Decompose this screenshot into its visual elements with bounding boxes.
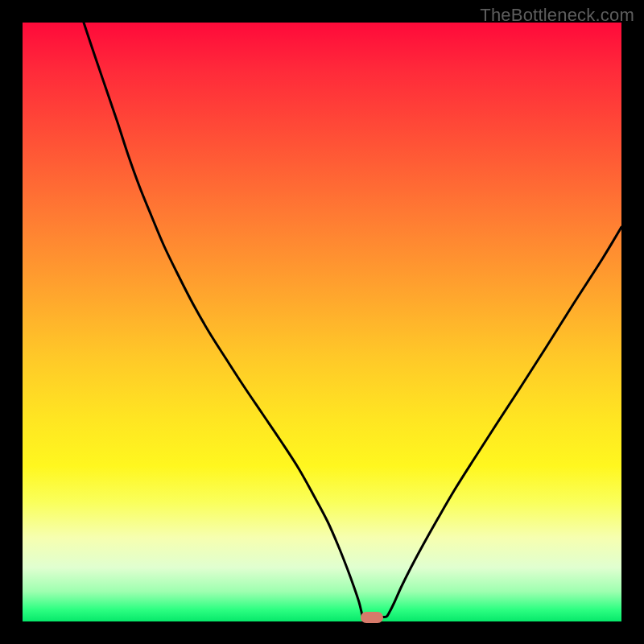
curve-path — [84, 23, 621, 617]
bottleneck-curve — [23, 23, 621, 621]
chart-frame: TheBottleneck.com — [0, 0, 644, 644]
optimal-marker — [361, 612, 383, 623]
attribution-text: TheBottleneck.com — [480, 5, 634, 26]
plot-area — [23, 23, 621, 621]
